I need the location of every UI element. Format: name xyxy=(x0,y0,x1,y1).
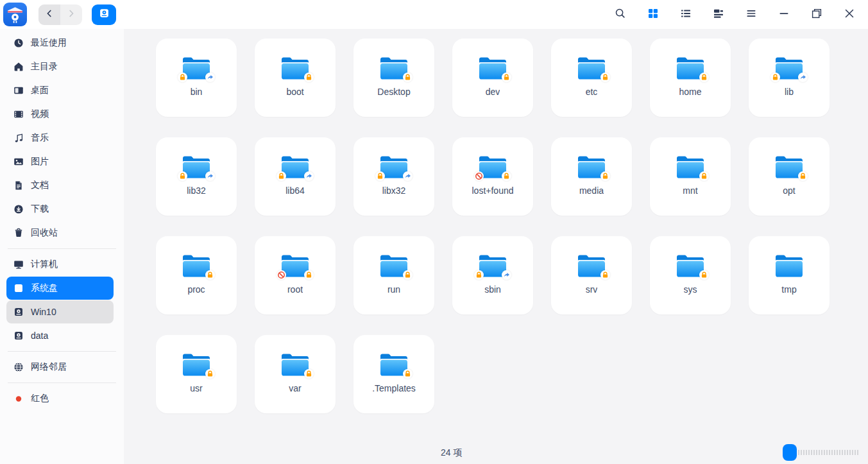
sidebar-item[interactable]: 系统盘 xyxy=(6,277,114,300)
computer-icon xyxy=(13,259,24,270)
sidebar-item[interactable]: 最近使用 xyxy=(6,31,114,55)
file-name: media xyxy=(579,185,604,196)
view-list-button[interactable] xyxy=(669,0,702,29)
file-item[interactable]: root xyxy=(255,236,336,314)
search-button[interactable] xyxy=(604,0,636,29)
file-name: lost+found xyxy=(472,185,514,196)
sidebar-item[interactable]: 音乐 xyxy=(6,126,114,150)
file-item[interactable]: etc xyxy=(551,39,632,117)
file-item[interactable]: opt xyxy=(749,137,830,216)
minimize-icon xyxy=(778,8,790,22)
sidebar-item[interactable]: 网络邻居 xyxy=(6,356,114,379)
file-item[interactable]: usr xyxy=(156,335,237,413)
file-name: var xyxy=(289,383,301,393)
home-icon xyxy=(13,62,24,72)
folder-icon xyxy=(379,153,409,179)
sidebar-item[interactable]: 文档 xyxy=(6,174,114,197)
file-item[interactable]: srv xyxy=(551,236,632,314)
folder-icon xyxy=(181,55,212,80)
file-name: lib64 xyxy=(285,185,305,196)
nav-pill xyxy=(38,4,82,25)
sidebar-item[interactable]: 视频 xyxy=(6,103,114,126)
file-name: .Templates xyxy=(372,383,416,393)
folder-icon xyxy=(280,351,311,377)
file-item[interactable]: libx32 xyxy=(353,137,434,216)
file-item[interactable]: dev xyxy=(452,39,533,117)
file-item[interactable]: tmp xyxy=(749,236,830,314)
app-logo-icon xyxy=(3,3,27,26)
view-extend-button[interactable] xyxy=(702,0,735,29)
sidebar-item[interactable]: 桌面 xyxy=(6,79,114,102)
slider-tick xyxy=(855,450,856,455)
file-item[interactable]: mnt xyxy=(650,137,731,216)
file-name: libx32 xyxy=(382,185,406,196)
video-icon xyxy=(13,109,24,119)
folder-icon xyxy=(280,153,311,179)
disk-icon xyxy=(13,307,24,317)
file-item[interactable]: lost+found xyxy=(452,137,533,216)
file-name: home xyxy=(679,87,701,97)
sidebar-item-label: 回收站 xyxy=(31,227,58,239)
file-item[interactable]: Desktop xyxy=(353,39,434,117)
file-name: Desktop xyxy=(377,87,410,97)
sidebar-item[interactable]: data xyxy=(6,324,114,347)
slider-tick xyxy=(824,450,825,455)
option-menu-button[interactable] xyxy=(735,0,767,29)
maximize-icon xyxy=(811,8,822,22)
file-item[interactable]: run xyxy=(353,236,434,314)
folder-icon xyxy=(181,351,212,377)
file-name: srv xyxy=(586,284,598,295)
file-item[interactable]: bin xyxy=(156,39,237,117)
sidebar-item[interactable]: 下载 xyxy=(6,198,114,221)
sidebar-item[interactable]: 回收站 xyxy=(6,221,114,245)
folder-icon xyxy=(477,55,508,80)
file-item[interactable]: boot xyxy=(255,39,336,117)
folder-icon xyxy=(379,252,409,278)
file-item[interactable]: lib32 xyxy=(156,137,237,216)
grid-icon xyxy=(647,8,659,22)
sidebar-item[interactable]: 主目录 xyxy=(6,55,114,78)
file-item[interactable]: proc xyxy=(156,236,237,314)
file-item[interactable]: sys xyxy=(650,236,731,314)
sidebar-item[interactable]: 计算机 xyxy=(6,253,114,276)
file-item[interactable]: home xyxy=(650,39,731,117)
file-item[interactable]: var xyxy=(255,335,336,413)
slider-tick xyxy=(842,450,843,455)
close-button[interactable] xyxy=(833,0,865,29)
slider-tick xyxy=(811,450,812,455)
sidebar-item[interactable]: 图片 xyxy=(6,150,114,173)
sidebar-divider xyxy=(8,351,116,352)
lock-emblem-icon xyxy=(600,73,610,82)
image-icon xyxy=(13,157,24,167)
file-item[interactable]: media xyxy=(551,137,632,216)
view-grid-button[interactable] xyxy=(636,0,669,29)
file-item[interactable]: lib64 xyxy=(255,137,336,216)
sidebar-item-label: 主目录 xyxy=(31,61,58,73)
music-icon xyxy=(13,133,24,143)
sidebar-item[interactable]: 红色 xyxy=(6,387,114,410)
slider-tick xyxy=(834,450,835,455)
file-grid: bin boot Desktop dev etc home lib lib32 … xyxy=(156,39,830,413)
folder-icon xyxy=(280,252,311,278)
maximize-button[interactable] xyxy=(800,0,833,29)
lock-emblem-icon xyxy=(699,171,709,181)
file-name: usr xyxy=(190,383,202,393)
file-item[interactable]: .Templates xyxy=(353,335,434,413)
slider-tick xyxy=(857,450,858,455)
file-item[interactable]: sbin xyxy=(452,236,533,314)
lock-emblem-icon xyxy=(304,73,314,82)
document-icon xyxy=(13,180,24,191)
sidebar-item[interactable]: Win10 xyxy=(6,300,114,323)
minimize-button[interactable] xyxy=(767,0,800,29)
file-item[interactable]: lib xyxy=(749,39,830,117)
forward-button[interactable] xyxy=(60,4,82,25)
list-icon xyxy=(680,8,692,22)
back-button[interactable] xyxy=(38,4,60,25)
chevron-right-icon xyxy=(66,8,76,21)
address-crumb-system-disk[interactable] xyxy=(92,4,116,25)
sidebar-item-label: Win10 xyxy=(31,307,56,317)
system-disk-icon xyxy=(99,8,110,21)
folder-icon xyxy=(675,153,706,179)
slider-handle[interactable] xyxy=(783,444,797,461)
folder-icon xyxy=(280,55,311,80)
